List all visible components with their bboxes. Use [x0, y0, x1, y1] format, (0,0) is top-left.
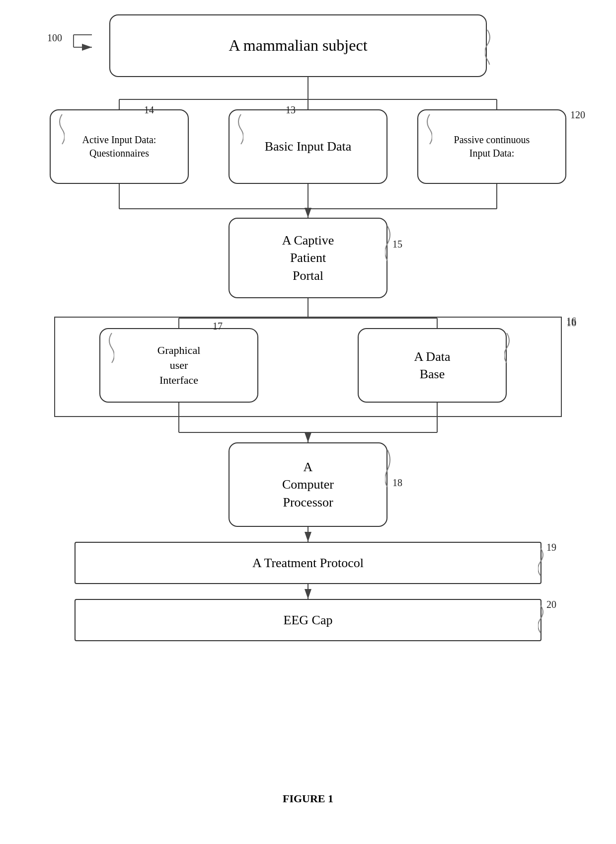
- node-database: A Data Base: [358, 328, 507, 403]
- figure-caption: FIGURE 1: [0, 792, 616, 805]
- squiggle-basic: [229, 112, 243, 147]
- ref-19: 19: [546, 542, 556, 553]
- node-treatment: A Treatment Protocol: [75, 542, 541, 584]
- node-computer: A Computer Processor: [229, 442, 387, 527]
- node-passive-input: Passive continuous Input Data:: [417, 109, 566, 184]
- node-eeg: EEG Cap: [75, 599, 541, 641]
- squiggle-database: [504, 331, 519, 365]
- squiggle-gui: [99, 331, 114, 365]
- squiggle-mammalian: [485, 27, 505, 65]
- ref-20: 20: [546, 599, 556, 610]
- node-active-input: Active Input Data: Questionnaires: [50, 109, 189, 184]
- ref-14: 14: [144, 104, 154, 116]
- node-gui: Graphical user Interface: [99, 328, 258, 403]
- node-captive-portal: A Captive Patient Portal: [229, 218, 387, 298]
- ref-100: 100: [47, 32, 62, 44]
- squiggle-passive: [417, 112, 432, 147]
- ref-17: 17: [213, 321, 223, 332]
- squiggle-active: [50, 112, 65, 147]
- ref-13: 13: [286, 104, 296, 116]
- diagram-container: A mammalian subject 100 Active Input Dat…: [0, 0, 616, 820]
- ref-120: 120: [570, 109, 585, 121]
- node-basic-input: Basic Input Data: [229, 109, 387, 184]
- node-mammalian: A mammalian subject: [109, 14, 487, 77]
- ref-16-label: 16: [566, 316, 576, 327]
- ref-15: 15: [392, 239, 402, 250]
- ref-18: 18: [392, 477, 402, 489]
